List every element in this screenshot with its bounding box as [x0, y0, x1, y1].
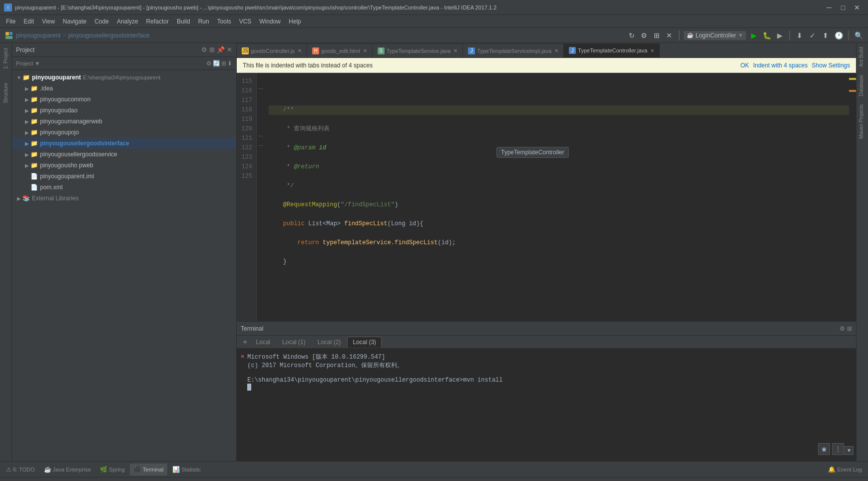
menu-file[interactable]: File: [2, 16, 19, 26]
maximize-button[interactable]: □: [836, 0, 850, 14]
tab-TypeTemplateServiceImpl[interactable]: J TypeTemplateServiceImpl.java ✕: [463, 43, 564, 57]
notification-indent-link[interactable]: Indent with 4 spaces: [753, 62, 808, 69]
tree-arrow-dao: ▶: [24, 108, 30, 113]
menu-window[interactable]: Window: [255, 16, 285, 26]
notification-ok-link[interactable]: OK: [741, 62, 749, 69]
menu-analyze[interactable]: Analyze: [113, 16, 142, 26]
menu-refactor[interactable]: Refactor: [142, 16, 173, 26]
tab-goods-edit[interactable]: H goods_edit.html ✕: [307, 43, 373, 57]
tree-item-pom[interactable]: 📄 pom.xml: [12, 182, 236, 193]
tree-item-common[interactable]: ▶ 📁 pinyougoucommon: [12, 94, 236, 105]
panel-close-icon[interactable]: ✕: [227, 46, 232, 53]
terminal-tab-local1[interactable]: Local (1): [277, 337, 311, 348]
menu-edit[interactable]: Edit: [19, 16, 38, 26]
fold-116[interactable]: ─: [257, 83, 265, 93]
bottom-tab-statistic[interactable]: 📊 Statistic: [168, 464, 205, 476]
menu-tools[interactable]: Tools: [213, 16, 235, 26]
panel-tool-4[interactable]: ⬇: [227, 60, 232, 67]
menu-run[interactable]: Run: [194, 16, 213, 26]
menu-view[interactable]: View: [38, 16, 59, 26]
separator2: [789, 30, 790, 40]
panel-dropdown[interactable]: Project ▼: [16, 60, 205, 66]
right-tab-ant[interactable]: Ant Build: [857, 43, 868, 71]
right-tab-maven[interactable]: Maven Projects: [857, 100, 868, 143]
vcs-update-icon[interactable]: ⬇: [794, 30, 805, 41]
tab-close-TypeTemplateService[interactable]: ✕: [453, 48, 457, 53]
right-tab-database[interactable]: Database: [857, 71, 868, 100]
tree-item-idea[interactable]: ▶ 📁 .idea: [12, 83, 236, 94]
vcs-commit-icon[interactable]: ✓: [807, 30, 818, 41]
close-panel-icon[interactable]: ✕: [664, 30, 675, 41]
tab-close-TypeTemplateController[interactable]: ✕: [650, 48, 654, 53]
menu-build[interactable]: Build: [173, 16, 194, 26]
tab-close-goods-edit[interactable]: ✕: [363, 48, 367, 53]
sync-icon[interactable]: ↻: [626, 30, 637, 41]
tab-TypeTemplateService[interactable]: S TypeTemplateService.java ✕: [373, 43, 463, 57]
side-panel-2-label[interactable]: Structure: [1, 81, 10, 105]
side-panel-1-label[interactable]: 1: Project: [1, 46, 10, 71]
notification-settings-link[interactable]: Show Settings: [812, 62, 850, 69]
settings-icon[interactable]: ⚙: [639, 30, 650, 41]
tree-item-sellergoodsservice[interactable]: ▶ 📁 pinyougousellergoodsservice: [12, 149, 236, 160]
terminal-header-actions: ⚙ ⊞: [840, 325, 852, 332]
panel-tool-3[interactable]: ⊞: [221, 60, 226, 67]
menu-code[interactable]: Code: [90, 16, 113, 26]
code-content[interactable]: /** * 查询规格列表 * @param id * @return */ @R…: [265, 73, 849, 321]
bottom-tab-todo[interactable]: ⚠ 6: TODO: [2, 464, 39, 476]
expand-icon[interactable]: ⊞: [651, 30, 662, 41]
terminal-tab-local[interactable]: Local: [250, 337, 276, 348]
panel-tool-1[interactable]: ⚙: [206, 60, 212, 67]
menu-navigate[interactable]: Navigate: [59, 16, 90, 26]
terminal-action-2[interactable]: ⋮: [832, 443, 844, 455]
tree-item-root[interactable]: ▼ 📁 pinyougouparent E:\shanghai34\pinyou…: [12, 72, 236, 83]
panel-expand-icon[interactable]: ⊞: [209, 46, 215, 53]
tab-goodsController[interactable]: JS goodsController.js ✕: [237, 43, 307, 57]
close-button[interactable]: ✕: [850, 0, 864, 14]
search-everywhere-icon[interactable]: 🔍: [853, 30, 864, 41]
tree-item-sellergoods[interactable]: ▶ 📁 pinyougousellergoodsinterface: [12, 138, 236, 149]
menu-vcs[interactable]: VCS: [235, 16, 256, 26]
run-coverage-button[interactable]: ▶: [774, 30, 785, 41]
terminal-expand-icon[interactable]: ⊞: [847, 325, 852, 332]
tree-arrow-shopweb: ▶: [24, 163, 30, 168]
tab-TypeTemplateController[interactable]: J TypeTemplateController.java ✕: [564, 43, 660, 57]
panel-tool-2[interactable]: 🔄: [213, 60, 220, 67]
project-icon[interactable]: [4, 30, 14, 40]
tab-label-goods-edit: goods_edit.html: [321, 48, 360, 54]
fold-122[interactable]: ─: [257, 140, 265, 150]
tree-item-extlib[interactable]: ▶ 📚 External Libraries: [12, 193, 236, 204]
bottom-tab-event-log[interactable]: 🔔 Event Log: [824, 464, 866, 476]
panel-pin-icon[interactable]: 📌: [217, 46, 225, 53]
minimize-button[interactable]: ─: [822, 0, 836, 14]
terminal-line-4: E:\shanghai34\pinyougouparent\pinyougous…: [247, 377, 502, 384]
window-controls[interactable]: ─ □ ✕: [822, 0, 864, 14]
bottom-tab-java-enterprise[interactable]: ☕ Java Enterprise: [40, 464, 95, 476]
run-button[interactable]: ▶: [748, 30, 759, 41]
tree-item-iml[interactable]: 📄 pinyougouparent.iml: [12, 171, 236, 182]
terminal-action-1[interactable]: ▣: [818, 443, 830, 455]
terminal-x-icon[interactable]: ✕: [241, 353, 244, 360]
bottom-tab-terminal[interactable]: ⬛ Terminal: [130, 464, 168, 476]
tree-item-shopweb[interactable]: ▶ 📁 pinyougousho pweb: [12, 160, 236, 171]
menu-help[interactable]: Help: [285, 16, 305, 26]
fold-121[interactable]: ─: [257, 131, 265, 140]
tree-item-pojo[interactable]: ▶ 📁 pinyougoupojo: [12, 127, 236, 138]
terminal-settings-icon[interactable]: ⚙: [840, 325, 845, 332]
terminal-add-tab[interactable]: +: [241, 338, 249, 347]
vcs-push-icon[interactable]: ⬆: [820, 30, 831, 41]
terminal-tab-local2[interactable]: Local (2): [312, 337, 347, 348]
terminal-scroll-down[interactable]: ▼: [845, 446, 854, 455]
tree-item-managerweb[interactable]: ▶ 📁 pinyougoumanagerweb: [12, 116, 236, 127]
tree-item-dao[interactable]: ▶ 📁 pinyougoudao: [12, 105, 236, 116]
bottom-tab-spring[interactable]: 🌿 Spring: [96, 464, 129, 476]
breadcrumb-module[interactable]: pinyougousellergoodsinterface: [68, 32, 149, 39]
run-config[interactable]: ☕ LoginController ▼: [684, 31, 746, 40]
history-icon[interactable]: 🕐: [833, 30, 844, 41]
debug-button[interactable]: 🐛: [761, 30, 772, 41]
terminal-tab-local3[interactable]: Local (3): [347, 337, 382, 348]
terminal-content[interactable]: ✕ Microsoft Windows [版本 10.0.16299.547] …: [237, 349, 856, 461]
tab-close-TypeTemplateServiceImpl[interactable]: ✕: [554, 48, 558, 53]
tab-close-goodsController[interactable]: ✕: [298, 48, 302, 53]
panel-settings-icon[interactable]: ⚙: [201, 46, 207, 53]
breadcrumb-project[interactable]: pinyougouparent: [16, 32, 60, 39]
